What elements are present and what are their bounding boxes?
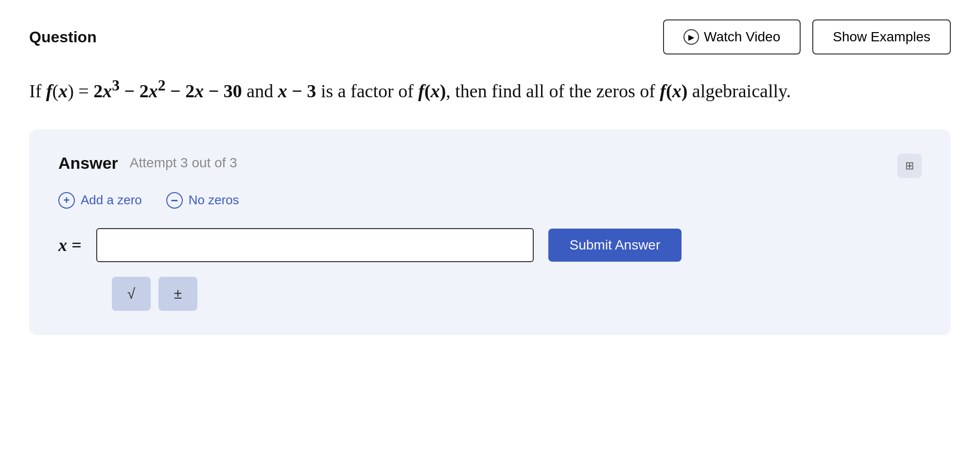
add-zero-label: Add a zero <box>81 193 142 208</box>
attempt-text: Attempt 3 out of 3 <box>130 155 237 171</box>
watch-video-button[interactable]: ▶ Watch Video <box>663 19 801 54</box>
show-examples-label: Show Examples <box>833 29 930 45</box>
no-zeros-button[interactable]: − No zeros <box>166 192 239 209</box>
plus-circle-icon: + <box>58 192 75 209</box>
x-equals-label: x = <box>58 235 82 255</box>
play-icon: ▶ <box>683 29 699 45</box>
answer-header: Answer Attempt 3 out of 3 <box>58 154 922 173</box>
keyboard-icon-button[interactable]: ⊞ <box>897 154 922 178</box>
plus-minus-button[interactable]: ± <box>158 277 197 311</box>
show-examples-button[interactable]: Show Examples <box>812 19 951 54</box>
controls-row: + Add a zero − No zeros <box>58 192 922 209</box>
answer-input[interactable] <box>96 228 534 262</box>
page-header: Question ▶ Watch Video Show Examples <box>29 19 951 54</box>
keyboard-icon: ⊞ <box>905 160 914 172</box>
header-buttons: ▶ Watch Video Show Examples <box>663 19 951 54</box>
add-zero-button[interactable]: + Add a zero <box>58 192 142 209</box>
answer-area: Answer Attempt 3 out of 3 ⊞ + Add a zero… <box>29 129 951 335</box>
input-row: x = Submit Answer <box>58 228 922 262</box>
question-text: If f(x) = 2x3 − 2x2 − 2x − 30 and x − 3 … <box>29 74 904 105</box>
minus-circle-icon: − <box>166 192 183 209</box>
question-label: Question <box>29 28 97 46</box>
answer-label: Answer <box>58 154 118 173</box>
sqrt-button[interactable]: √ <box>112 277 151 311</box>
math-buttons-row: √ ± <box>58 277 922 311</box>
no-zeros-label: No zeros <box>189 193 239 208</box>
submit-answer-button[interactable]: Submit Answer <box>548 229 682 262</box>
watch-video-label: Watch Video <box>704 29 780 45</box>
